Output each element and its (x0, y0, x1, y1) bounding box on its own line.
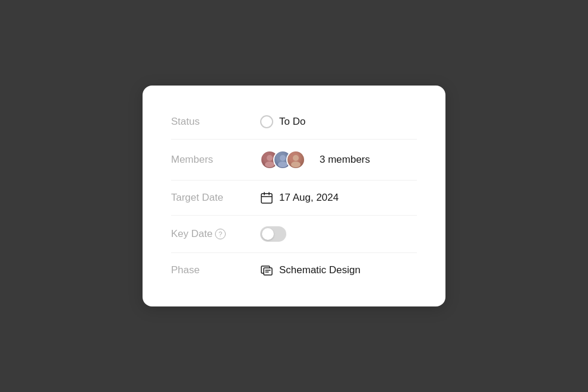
avatar (286, 150, 305, 169)
key-date-value[interactable] (260, 226, 286, 242)
status-text: To Do (279, 116, 305, 128)
key-date-row: Key Date ? (171, 216, 417, 253)
phase-row: Phase Schematic Design (171, 253, 417, 287)
target-date-row: Target Date 17 Aug, 2024 (171, 181, 417, 216)
phase-icon (260, 264, 273, 277)
target-date-value[interactable]: 17 Aug, 2024 (260, 191, 339, 204)
property-card: Status To Do Members (143, 86, 445, 306)
phase-text: Schematic Design (279, 264, 361, 276)
status-circle-icon[interactable] (260, 115, 273, 128)
calendar-icon (260, 191, 273, 204)
svg-point-3 (278, 162, 287, 167)
toggle-knob (262, 228, 274, 240)
members-value[interactable]: 3 members (260, 150, 370, 169)
target-date-label: Target Date (171, 192, 260, 204)
status-label: Status (171, 116, 260, 128)
phase-value[interactable]: Schematic Design (260, 264, 361, 277)
status-row: Status To Do (171, 105, 417, 140)
key-date-label: Key Date ? (171, 228, 260, 240)
svg-point-2 (280, 155, 286, 161)
members-count-text: 3 members (320, 154, 370, 166)
status-value[interactable]: To Do (260, 115, 305, 128)
svg-point-5 (291, 162, 301, 167)
members-row: Members (171, 140, 417, 181)
help-icon[interactable]: ? (215, 229, 226, 239)
svg-point-1 (265, 162, 274, 167)
svg-point-0 (267, 155, 273, 161)
members-label: Members (171, 154, 260, 166)
target-date-text: 17 Aug, 2024 (279, 192, 339, 204)
svg-rect-6 (261, 194, 272, 203)
svg-rect-11 (264, 268, 272, 275)
avatar-group (260, 150, 305, 169)
key-date-toggle[interactable] (260, 226, 286, 242)
phase-label: Phase (171, 264, 260, 276)
svg-point-4 (293, 155, 299, 161)
